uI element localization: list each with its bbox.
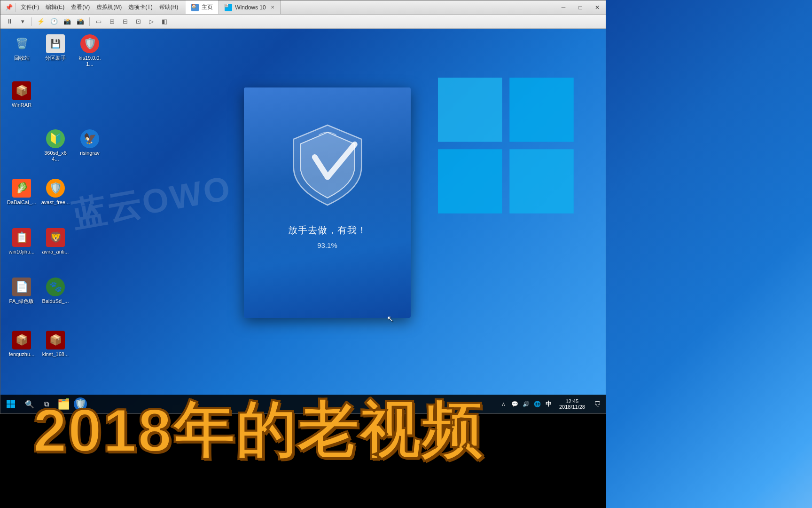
tray-chat-icon[interactable]: 💬 <box>510 399 520 409</box>
tray-clock[interactable]: 12:45 2018/11/28 <box>555 395 589 413</box>
desktop-icon-win10jihu[interactable]: 📋 win10jihu... <box>5 226 38 257</box>
svg-rect-2 <box>438 149 502 214</box>
menu-edit[interactable]: 编辑(E) <box>43 2 67 12</box>
tray-ime-icon[interactable]: 中 <box>544 399 554 409</box>
toolbar-view2-icon[interactable]: ⊞ <box>107 16 117 27</box>
desktop-icon-risingrav[interactable]: 🦅 risingrav <box>73 127 106 158</box>
vm-toolbar: ⏸ ▾ ⚡ 🕐 📸 📸 ▭ ⊞ ⊟ ⊡ ▷ ◧ <box>0 15 606 29</box>
tray-time: 12:45 <box>566 398 579 404</box>
vm-desktop: 蓝云OWO 🗑️ 回收站 💾 分区助手 🛡️ kis19.0.0.1... 📦 … <box>0 29 606 413</box>
fenquzhu-icon: 📦 <box>12 331 31 349</box>
taskbar-explorer-button[interactable]: 🗂️ <box>55 396 72 413</box>
menu-tab[interactable]: 选项卡(T) <box>125 2 155 12</box>
toolbar-view3-icon[interactable]: ⊟ <box>120 16 130 27</box>
recycle-icon: 🗑️ <box>12 34 31 53</box>
pa-label: PA_绿色版 <box>9 298 34 304</box>
kinst-icon: 📦 <box>46 331 65 349</box>
360sd-label: 360sd_x64... <box>41 150 70 162</box>
desktop-icon-kinst[interactable]: 📦 kinst_168... <box>39 329 72 359</box>
desktop-icon-kis[interactable]: 🛡️ kis19.0.0.1... <box>73 32 106 69</box>
desktop-icon-avira[interactable]: 🦁 avira_anti... <box>39 226 72 257</box>
kis-label: kis19.0.0.1... <box>75 55 104 67</box>
desktop-icon-360sd[interactable]: 🔰 360sd_x64... <box>39 127 72 164</box>
toolbar-view4-icon[interactable]: ⊡ <box>133 16 143 27</box>
menu-file[interactable]: 文件(F) <box>18 2 42 12</box>
recycle-label: 回收站 <box>14 55 30 61</box>
vm-window-controls: ─ □ ✕ <box>555 0 606 14</box>
toolbar-power-icon[interactable]: ⚡ <box>36 16 46 27</box>
vm-titlebar-icons: 📌 文件(F) 编辑(E) 查看(V) 虚拟机(M) 选项卡(T) 帮助(H) <box>0 2 181 12</box>
tray-network-icon[interactable]: 🌐 <box>533 399 542 409</box>
svg-rect-6 <box>7 400 11 404</box>
toolbar-view6-icon[interactable]: ◧ <box>159 16 170 27</box>
vm-window: 📌 文件(F) 编辑(E) 查看(V) 虚拟机(M) 选项卡(T) 帮助(H) … <box>0 0 606 414</box>
fenquzhu-label: fenquzhu... <box>9 351 34 357</box>
windows-tab-icon: 🪟 <box>225 4 232 11</box>
desktop-icon-pa[interactable]: 📄 PA_绿色版 <box>5 276 38 306</box>
tray-date: 2018/11/28 <box>559 404 585 410</box>
taskbar-guanjia-button[interactable]: 🛡️ <box>72 396 89 413</box>
guanjia-progress: 93.1% <box>317 241 337 249</box>
guanjia-dialog: 放手去做，有我！ 93.1% <box>244 87 411 318</box>
kinst-label: kinst_168... <box>42 351 69 357</box>
svg-rect-8 <box>7 405 11 409</box>
risingrav-label: risingrav <box>80 150 100 156</box>
avira-icon: 🦁 <box>46 228 65 247</box>
avira-label: avira_anti... <box>42 249 69 255</box>
desktop-icon-fenquzhu[interactable]: 📦 fenquzhu... <box>5 329 38 359</box>
taskbar-taskview-button[interactable]: ⧉ <box>38 396 55 413</box>
start-button[interactable] <box>0 395 21 413</box>
desktop-icon-partition[interactable]: 💾 分区助手 <box>39 32 72 63</box>
tab-windows10[interactable]: 🪟 Windows 10 ✕ <box>219 0 280 14</box>
desktop-icon-winrar[interactable]: 📦 WinRAR <box>5 79 38 110</box>
toolbar-view5-icon[interactable]: ▷ <box>146 16 156 27</box>
maximize-button[interactable]: □ <box>572 0 589 15</box>
taskbar-systray: ∧ 💬 🔊 🌐 中 12:45 2018/11/28 🗨 <box>499 395 606 413</box>
watermark: 蓝云OWO <box>68 166 235 238</box>
tab-home[interactable]: 🏠 主页 <box>186 0 219 14</box>
guanjia-slogan: 放手去做，有我！ <box>288 224 367 237</box>
360sd-icon: 🔰 <box>46 129 65 148</box>
dabai-icon: 🥬 <box>12 179 31 198</box>
tab-close-icon[interactable]: ✕ <box>271 5 274 10</box>
svg-rect-1 <box>509 78 574 142</box>
toolbar-pause-icon[interactable]: ⏸ <box>4 16 15 27</box>
tray-notification-button[interactable]: 🗨 <box>591 395 604 413</box>
toolbar-snap3-icon[interactable]: 📸 <box>75 16 86 27</box>
baidusd-label: BaiduSd_... <box>42 298 69 304</box>
partition-icon: 💾 <box>46 34 65 53</box>
win10jihu-icon: 📋 <box>12 228 31 247</box>
toolbar-view1-icon[interactable]: ▭ <box>94 16 104 27</box>
vm-titlebar: 📌 文件(F) 编辑(E) 查看(V) 虚拟机(M) 选项卡(T) 帮助(H) … <box>0 0 606 15</box>
tray-expand-icon[interactable]: ∧ <box>499 399 508 409</box>
desktop-icon-avast[interactable]: 🛡️ avast_free... <box>39 177 72 207</box>
svg-rect-5 <box>509 149 574 214</box>
desktop-icon-dabai[interactable]: 🥬 DaBaiCai_... <box>5 177 38 207</box>
avast-label: avast_free... <box>41 199 70 206</box>
toolbar-snap2-icon[interactable]: 📸 <box>62 16 72 27</box>
taskbar: 🔍 ⧉ 🗂️ 🛡️ ∧ 💬 🔊 🌐 中 12:45 2018/11/28 🗨 <box>0 395 606 413</box>
avast-icon: 🛡️ <box>46 179 65 198</box>
toolbar-dropdown-icon[interactable]: ▾ <box>17 16 28 27</box>
menu-help[interactable]: 帮助(H) <box>156 2 181 12</box>
vm-tabs: 🏠 主页 🪟 Windows 10 ✕ <box>186 0 280 14</box>
right-background <box>606 0 812 508</box>
menu-view[interactable]: 查看(V) <box>68 2 93 12</box>
svg-rect-4 <box>438 78 502 142</box>
pin-icon[interactable]: 📌 <box>4 3 14 12</box>
desktop-icon-recycle[interactable]: 🗑️ 回收站 <box>5 32 38 63</box>
winrar-icon: 📦 <box>12 81 31 100</box>
close-button[interactable]: ✕ <box>589 0 606 15</box>
tray-volume-icon[interactable]: 🔊 <box>522 399 531 409</box>
dabai-label: DaBaiCai_... <box>7 199 36 206</box>
partition-label: 分区助手 <box>45 55 66 61</box>
home-tab-icon: 🏠 <box>191 4 199 11</box>
menu-vm[interactable]: 虚拟机(M) <box>94 2 125 12</box>
svg-rect-7 <box>11 400 16 404</box>
svg-rect-9 <box>11 405 16 409</box>
toolbar-snapshot-icon[interactable]: 🕐 <box>49 16 59 27</box>
minimize-button[interactable]: ─ <box>555 0 572 15</box>
desktop-icon-baidusd[interactable]: 🐾 BaiduSd_... <box>39 276 72 306</box>
guanjia-logo <box>288 120 367 210</box>
taskbar-search-button[interactable]: 🔍 <box>21 396 38 413</box>
